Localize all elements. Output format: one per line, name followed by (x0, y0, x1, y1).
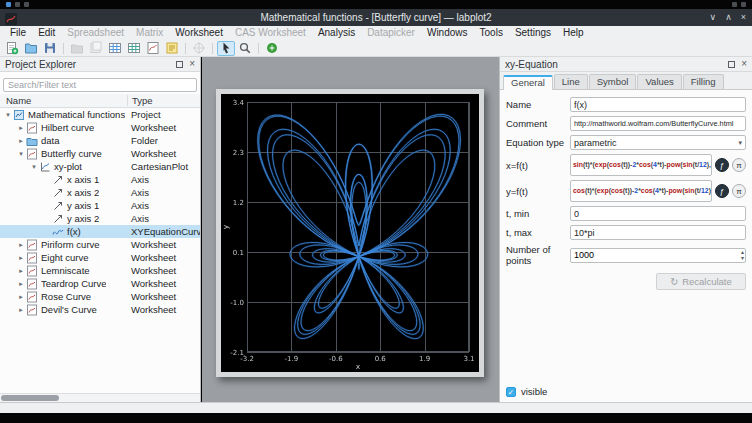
name-input[interactable] (570, 97, 746, 112)
points-input[interactable] (574, 250, 741, 260)
float-panel-icon[interactable] (728, 61, 735, 68)
tree-item-type: Worksheet (131, 239, 176, 250)
tree-row-rose-curve[interactable]: ▸Rose CurveWorksheet (0, 290, 200, 303)
maximize-button[interactable]: ∧ (725, 9, 732, 26)
menu-tools[interactable]: Tools (474, 26, 509, 40)
insert-function-button[interactable]: ƒ (715, 184, 729, 198)
menu-edit[interactable]: Edit (32, 26, 61, 40)
tree-row-teardrop-curve[interactable]: ▸Teardrop CurveWorksheet (0, 277, 200, 290)
butterfly-plot[interactable] (221, 94, 479, 372)
new-spreadsheet-button[interactable] (106, 41, 124, 56)
new-project-button[interactable] (3, 41, 21, 56)
open-project-button[interactable] (22, 41, 40, 56)
worksheet-page (216, 89, 484, 377)
tree-row-x-axis-1[interactable]: x axis 1Axis (0, 173, 200, 186)
tree-item-name: xy-plot (54, 161, 82, 172)
tray-icon[interactable] (6, 2, 11, 7)
expand-icon[interactable]: ▸ (16, 293, 26, 301)
folder-open-icon (24, 41, 38, 55)
tab-general[interactable]: General (503, 75, 553, 90)
points-spinbox[interactable]: ▴ ▾ (570, 248, 746, 263)
bottom-strip (0, 413, 752, 423)
tray-icon[interactable] (15, 2, 20, 7)
spin-down-icon[interactable]: ▾ (741, 255, 744, 261)
t-min-input[interactable] (570, 206, 746, 221)
tree-row-x-axis-2[interactable]: x axis 2Axis (0, 186, 200, 199)
expand-icon[interactable]: ▸ (16, 306, 26, 314)
search-filter-input[interactable] (3, 78, 197, 92)
zoom-tool-button[interactable] (236, 41, 254, 56)
menu-worksheet[interactable]: Worksheet (169, 26, 229, 40)
minimize-button[interactable]: ∨ (710, 9, 717, 26)
tree-row-lemniscate[interactable]: ▸LemniscateWorksheet (0, 264, 200, 277)
comment-input[interactable] (570, 116, 746, 131)
tray-icon[interactable] (24, 2, 29, 7)
menu-file[interactable]: File (4, 26, 32, 40)
project-icon (13, 109, 27, 121)
tab-values[interactable]: Values (637, 74, 681, 89)
column-header-type[interactable]: Type (127, 95, 200, 106)
visible-label: visible (521, 386, 547, 397)
t-max-input[interactable] (570, 225, 746, 240)
tree-row-piriform-curve[interactable]: ▸Piriform curveWorksheet (0, 238, 200, 251)
new-folder-button[interactable] (68, 41, 86, 56)
tree-row-butterfly-curve[interactable]: ▾Butterfly curveWorksheet (0, 147, 200, 160)
expand-icon[interactable]: ▸ (16, 124, 26, 132)
tree-row-f-x[interactable]: f(x)XYEquationCurve (0, 225, 200, 238)
insert-constant-button[interactable]: π (732, 158, 746, 172)
new-worksheet-button[interactable] (144, 41, 162, 56)
tree-row-data[interactable]: ▸dataFolder (0, 134, 200, 147)
menu-settings[interactable]: Settings (509, 26, 557, 40)
fit-page-button[interactable] (263, 41, 281, 56)
tree-item-name: Piriform curve (41, 239, 100, 250)
new-note-button[interactable] (163, 41, 181, 56)
x-equation-field[interactable]: sin(t)*(exp(cos(t))-2*cos(4*t)-pow(sin(t… (570, 154, 712, 176)
tray-icon[interactable] (741, 2, 746, 7)
tree-row-mathematical-functions[interactable]: ▾Mathematical functionsProject (0, 108, 200, 121)
expand-icon[interactable]: ▸ (16, 137, 26, 145)
curve-icon (52, 226, 64, 238)
tree-row-hilbert-curve[interactable]: ▸Hilbert curveWorksheet (0, 121, 200, 134)
close-button[interactable]: × (741, 9, 746, 26)
new-datapicker-button[interactable] (190, 41, 208, 56)
column-header-name[interactable]: Name (0, 95, 127, 106)
tree-row-devil-s-curve[interactable]: ▸Devil's CurveWorksheet (0, 303, 200, 316)
new-workbook-button[interactable] (87, 41, 105, 56)
green-circle-icon (265, 41, 279, 55)
close-panel-icon[interactable]: × (189, 59, 195, 69)
collapse-icon[interactable]: ▾ (3, 111, 13, 119)
menu-analysis[interactable]: Analysis (312, 26, 361, 40)
tab-filling[interactable]: Filling (683, 74, 724, 89)
expand-icon[interactable]: ▸ (16, 254, 26, 262)
close-panel-icon[interactable]: × (741, 59, 747, 69)
tree-row-eight-curve[interactable]: ▸Eight curveWorksheet (0, 251, 200, 264)
scrollbar-thumb[interactable] (1, 395, 59, 401)
float-panel-icon[interactable] (176, 61, 183, 68)
disk-icon (43, 41, 57, 55)
horizontal-scrollbar[interactable] (0, 393, 200, 402)
tab-line[interactable]: Line (554, 74, 588, 89)
menu-help[interactable]: Help (557, 26, 590, 40)
insert-function-button[interactable]: ƒ (715, 158, 729, 172)
tab-symbol[interactable]: Symbol (589, 74, 637, 89)
recalculate-button[interactable]: ↻ Recalculate (656, 273, 746, 290)
worksheet-icon (26, 278, 38, 290)
y-equation-field[interactable]: cos(t)*(exp(cos(t))-2*cos(4*t)-pow(sin(t… (570, 180, 712, 202)
select-tool-button[interactable] (217, 41, 235, 56)
save-project-button[interactable] (41, 41, 59, 56)
tree-row-y-axis-2[interactable]: y axis 2Axis (0, 212, 200, 225)
menu-windows[interactable]: Windows (421, 26, 474, 40)
insert-constant-button[interactable]: π (732, 184, 746, 198)
equation-type-select[interactable]: parametric ▾ (570, 135, 746, 150)
expand-icon[interactable]: ▸ (16, 241, 26, 249)
project-tree: ▾Mathematical functionsProject▸Hilbert c… (0, 108, 200, 393)
expand-icon[interactable]: ▸ (16, 280, 26, 288)
visible-checkbox[interactable]: ✓ (506, 387, 516, 397)
collapse-icon[interactable]: ▾ (16, 150, 26, 158)
expand-icon[interactable]: ▸ (16, 267, 26, 275)
tree-row-xy-plot[interactable]: ▾xy-plotCartesianPlot (0, 160, 200, 173)
tree-row-y-axis-1[interactable]: y axis 1Axis (0, 199, 200, 212)
new-matrix-button[interactable] (125, 41, 143, 56)
collapse-icon[interactable]: ▾ (29, 163, 39, 171)
tray-icon[interactable] (732, 2, 737, 7)
